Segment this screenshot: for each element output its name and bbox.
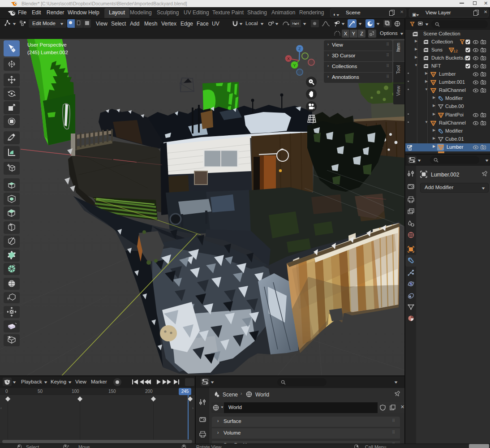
svg-text:Z: Z	[298, 47, 301, 51]
svg-text:Y: Y	[293, 63, 296, 68]
svg-text:X: X	[287, 56, 290, 61]
